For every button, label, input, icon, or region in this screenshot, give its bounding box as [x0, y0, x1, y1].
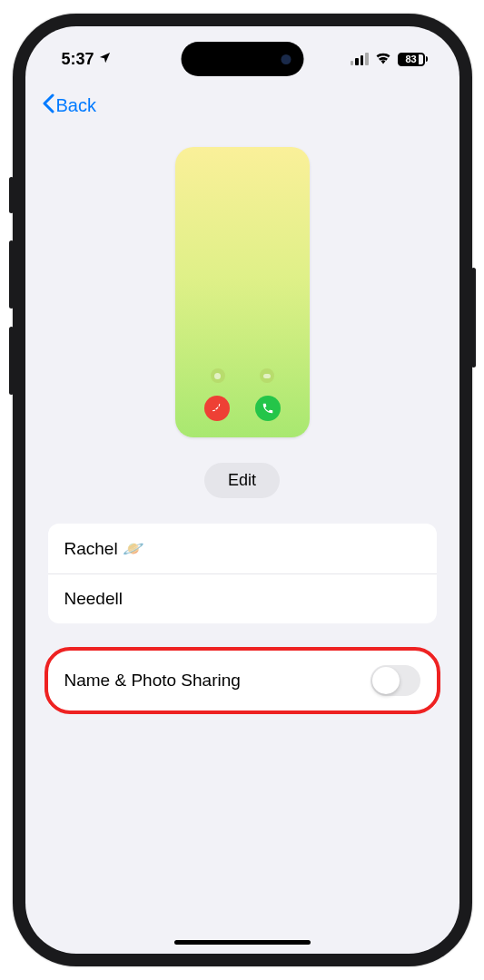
status-time: 5:37 [62, 50, 94, 69]
back-label: Back [56, 95, 96, 116]
chevron-left-icon [42, 93, 54, 118]
volume-down-button [9, 327, 14, 395]
decline-call-icon [204, 396, 230, 421]
poster-small-icons [175, 368, 310, 383]
contact-poster-preview[interactable] [175, 147, 310, 437]
silent-switch [9, 177, 14, 213]
status-left: 5:37 [62, 50, 112, 69]
home-indicator[interactable] [174, 940, 311, 945]
accept-call-icon [255, 396, 281, 421]
battery-icon: 83 [398, 53, 428, 66]
first-name-field[interactable]: Rachel 🪐 [48, 524, 437, 574]
last-name-field[interactable]: Needell [48, 574, 437, 623]
back-button[interactable]: Back [42, 93, 96, 118]
sharing-label: Name & Photo Sharing [64, 671, 241, 691]
volume-up-button [9, 240, 14, 309]
battery-percent: 83 [405, 54, 416, 64]
phone-frame: 5:37 83 [13, 14, 472, 966]
sharing-toggle[interactable] [370, 665, 420, 696]
wifi-icon [374, 50, 392, 68]
toggle-knob [372, 667, 400, 694]
location-arrow-icon [98, 50, 112, 69]
cellular-signal-icon [351, 53, 369, 65]
content: Edit Rachel 🪐 Needell Name & Photo Shari… [25, 122, 459, 710]
edit-button[interactable]: Edit [204, 463, 280, 498]
nav-bar: Back [25, 84, 459, 122]
screen: 5:37 83 [25, 26, 459, 954]
name-card: Rachel 🪐 Needell [48, 524, 437, 623]
poster-call-buttons [175, 396, 310, 421]
dynamic-island [181, 42, 303, 76]
message-icon [211, 368, 225, 383]
camera-dot [281, 54, 291, 64]
power-button [471, 268, 476, 368]
status-right: 83 [351, 50, 428, 68]
voicemail-icon [260, 368, 274, 383]
name-photo-sharing-row[interactable]: Name & Photo Sharing [48, 651, 437, 710]
